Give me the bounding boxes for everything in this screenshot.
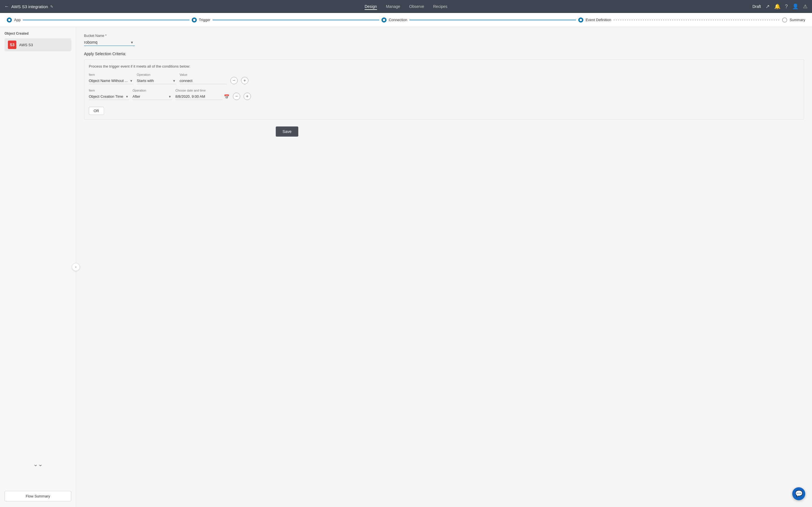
step-event-label: Event Definition bbox=[586, 18, 611, 22]
bucket-label: Bucket Name * bbox=[84, 34, 168, 38]
step-trigger-circle bbox=[192, 17, 197, 22]
help-icon[interactable]: ? bbox=[785, 4, 788, 10]
wizard-steps-bar: App Trigger Connection Event Definition … bbox=[0, 13, 812, 27]
condition1-value-field: Value bbox=[180, 73, 227, 84]
criteria-header: Process the trigger event if it meets al… bbox=[89, 64, 799, 68]
criteria-box: Process the trigger event if it meets al… bbox=[84, 59, 804, 120]
back-button[interactable]: ← bbox=[4, 4, 9, 9]
condition1-item-select[interactable]: Object Name Without ... bbox=[89, 77, 133, 84]
condition2-datetime-row: 📅 bbox=[175, 93, 230, 100]
condition-row-2: Item Object Creation Time ▼ Operation bbox=[89, 89, 799, 100]
tab-observe[interactable]: Observe bbox=[409, 3, 424, 10]
condition1-item-label: Item bbox=[89, 73, 133, 76]
edit-title-icon[interactable]: ✎ bbox=[50, 4, 53, 9]
expand-icon[interactable]: ⌄⌄ bbox=[33, 461, 43, 467]
connector-1 bbox=[23, 20, 189, 20]
alert-icon[interactable]: ⚠ bbox=[803, 3, 808, 10]
step-connection-circle bbox=[382, 17, 387, 22]
condition1-value-input[interactable] bbox=[180, 77, 227, 84]
condition2-datetime-field: Choose date and time 📅 bbox=[175, 89, 230, 100]
notification-icon[interactable]: 🔔 bbox=[774, 3, 780, 10]
nav-tabs: Design Manage Observe Recipes bbox=[364, 3, 448, 10]
bucket-select-wrapper: robomq ▼ bbox=[84, 39, 135, 46]
condition2-operation-select-wrapper: After ▼ bbox=[133, 93, 172, 100]
condition2-item-select[interactable]: Object Creation Time bbox=[89, 93, 129, 100]
criteria-section: Apply Selection Criteria: Process the tr… bbox=[84, 52, 804, 120]
condition1-item-select-wrapper: Object Name Without ... ▼ bbox=[89, 77, 133, 84]
chat-button[interactable]: 💬 bbox=[792, 487, 805, 500]
sidebar-item-aws-s3[interactable]: S3 AWS S3 bbox=[4, 38, 71, 51]
condition2-datetime-label: Choose date and time bbox=[175, 89, 230, 92]
flow-summary-button[interactable]: Flow Summary bbox=[4, 491, 71, 501]
main-layout: Object Created S3 AWS S3 ⌄⌄ Flow Summary… bbox=[0, 27, 812, 507]
step-summary-label: Summary bbox=[790, 18, 805, 22]
connector-2 bbox=[213, 20, 379, 20]
sidebar-item-label: AWS S3 bbox=[19, 43, 33, 47]
svg-point-2 bbox=[383, 19, 385, 21]
condition2-add-btn[interactable]: + bbox=[244, 93, 251, 100]
step-summary-circle bbox=[782, 17, 787, 22]
svg-point-1 bbox=[193, 19, 195, 21]
step-summary[interactable]: Summary bbox=[782, 17, 805, 22]
external-link-icon[interactable]: ↗ bbox=[765, 3, 770, 10]
step-app-label: App bbox=[14, 18, 20, 22]
step-app[interactable]: App bbox=[7, 17, 20, 22]
criteria-label: Apply Selection Criteria: bbox=[84, 52, 804, 56]
aws-s3-icon: S3 bbox=[8, 41, 16, 49]
step-event-definition[interactable]: Event Definition bbox=[578, 17, 611, 22]
condition2-operation-field: Operation After ▼ bbox=[133, 89, 172, 100]
condition1-add-btn[interactable]: + bbox=[241, 77, 248, 84]
step-trigger[interactable]: Trigger bbox=[192, 17, 211, 22]
condition1-item-field: Item Object Name Without ... ▼ bbox=[89, 73, 133, 84]
step-app-circle bbox=[7, 17, 12, 22]
bucket-name-section: Bucket Name * robomq ▼ bbox=[84, 34, 168, 46]
condition-row-1: Item Object Name Without ... ▼ Operation bbox=[89, 73, 799, 84]
condition2-item-field: Item Object Creation Time ▼ bbox=[89, 89, 129, 100]
connector-4 bbox=[613, 20, 780, 20]
condition2-item-select-wrapper: Object Creation Time ▼ bbox=[89, 93, 129, 100]
user-icon[interactable]: 👤 bbox=[792, 3, 799, 10]
condition2-operation-label: Operation bbox=[133, 89, 172, 92]
step-connection[interactable]: Connection bbox=[382, 17, 407, 22]
connector-3 bbox=[409, 20, 576, 20]
step-trigger-label: Trigger bbox=[199, 18, 211, 22]
tab-manage[interactable]: Manage bbox=[386, 3, 400, 10]
step-event-circle bbox=[578, 17, 583, 22]
save-button[interactable]: Save bbox=[276, 126, 298, 136]
condition1-value-label: Value bbox=[180, 73, 227, 76]
nav-right: Draft ↗ 🔔 ? 👤 ⚠ bbox=[753, 3, 808, 10]
save-area: Save bbox=[84, 126, 298, 136]
tab-recipes[interactable]: Recipes bbox=[433, 3, 448, 10]
condition1-operation-label: Operation bbox=[137, 73, 176, 76]
condition2-item-label: Item bbox=[89, 89, 129, 92]
condition2-operation-select[interactable]: After bbox=[133, 93, 172, 100]
bucket-select[interactable]: robomq bbox=[84, 39, 135, 46]
tab-design[interactable]: Design bbox=[364, 3, 377, 10]
condition1-remove-btn[interactable]: − bbox=[231, 77, 238, 84]
step-connection-label: Connection bbox=[389, 18, 407, 22]
calendar-icon[interactable]: 📅 bbox=[224, 94, 230, 100]
condition1-operation-select-wrapper: Starts with ▼ bbox=[137, 77, 176, 84]
draft-status: Draft bbox=[753, 4, 761, 9]
condition2-datetime-input[interactable] bbox=[175, 93, 223, 100]
top-navigation: ← AWS S3 integration ✎ Design Manage Obs… bbox=[0, 0, 812, 13]
condition2-remove-btn[interactable]: − bbox=[233, 93, 240, 100]
condition1-operation-field: Operation Starts with ▼ bbox=[137, 73, 176, 84]
condition1-operation-select[interactable]: Starts with bbox=[137, 77, 176, 84]
collapse-sidebar-button[interactable]: ‹ bbox=[72, 263, 80, 271]
or-button[interactable]: OR bbox=[89, 107, 104, 115]
sidebar-section-title: Object Created bbox=[4, 32, 71, 36]
app-title: AWS S3 integration bbox=[11, 4, 48, 9]
svg-point-3 bbox=[580, 19, 582, 21]
sidebar: Object Created S3 AWS S3 ⌄⌄ Flow Summary… bbox=[0, 27, 76, 507]
main-content: Bucket Name * robomq ▼ Apply Selection C… bbox=[76, 27, 812, 507]
svg-point-0 bbox=[8, 19, 10, 21]
